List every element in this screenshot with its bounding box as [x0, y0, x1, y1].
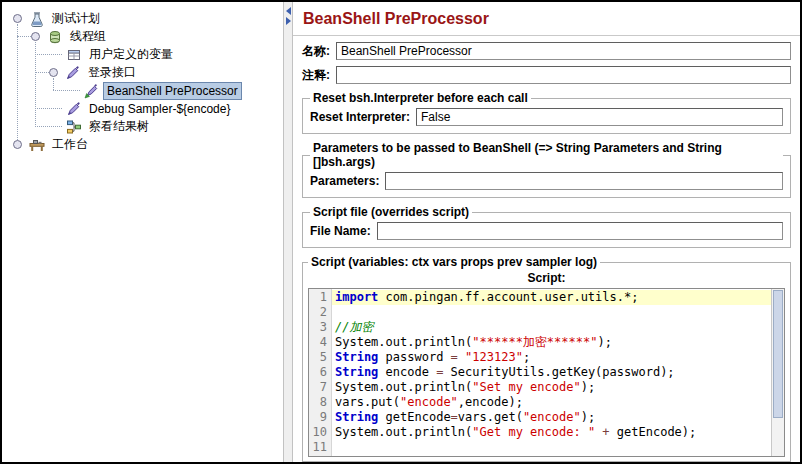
comments-label: 注释:	[302, 67, 330, 84]
line-number: 4	[309, 335, 327, 350]
script-file-group-title: Script file (overrides script)	[310, 205, 472, 219]
tree-node[interactable]: 线程组	[31, 28, 110, 45]
code-line[interactable]: vars.put("encode",encode);	[332, 395, 771, 410]
reset-interpreter-label: Reset Interpreter:	[310, 110, 410, 124]
name-input[interactable]	[336, 42, 791, 60]
page-title: BeanShell PreProcessor	[303, 10, 790, 28]
tree-node-label[interactable]: BeanShell PreProcessor	[103, 82, 242, 100]
editor-scrollbar-thumb[interactable]	[773, 290, 783, 418]
http-sampler-icon	[65, 65, 81, 81]
code-line[interactable]: //加密	[332, 320, 771, 335]
tree-node-label[interactable]: 登录接口	[84, 62, 140, 83]
test-plan-icon	[29, 11, 45, 27]
editor-scrollbar[interactable]	[771, 289, 784, 456]
title-separator	[293, 35, 800, 36]
tree-connector-line	[35, 54, 62, 55]
line-number: 2	[309, 305, 327, 320]
beanshell-preprocessor-icon	[84, 83, 100, 99]
code-line[interactable]: String password = "123123";	[332, 350, 771, 365]
line-number: 10	[309, 425, 327, 440]
reset-interpreter-group: Reset bsh.Interpreter before each call R…	[302, 91, 791, 134]
script-textarea[interactable]: import com.pingan.ff.account.user.utils.…	[332, 289, 771, 456]
script-label: Script:	[308, 271, 785, 285]
parameters-input[interactable]	[385, 172, 783, 190]
parameters-label: Parameters:	[310, 174, 379, 188]
tree-node[interactable]: 察看结果树	[66, 118, 153, 135]
tree-connector-line	[35, 72, 49, 73]
tree-connector-line	[17, 24, 18, 140]
script-file-group: Script file (overrides script) File Name…	[302, 205, 791, 248]
collapse-right-icon[interactable]	[286, 17, 291, 25]
tree-node-label[interactable]: 察看结果树	[85, 116, 153, 137]
code-line[interactable]: System.out.println("Get my encode: " + g…	[332, 425, 771, 440]
script-editor[interactable]: 1234567891011 import com.pingan.ff.accou…	[308, 288, 785, 457]
parameters-group-title: Parameters to be passed to BeanShell (=>…	[310, 141, 783, 169]
line-number-gutter: 1234567891011	[309, 289, 332, 456]
test-plan-tree: 测试计划线程组用户定义的变量登录接口BeanShell PreProcessor…	[2, 2, 283, 462]
line-number: 7	[309, 380, 327, 395]
reset-interpreter-combo[interactable]	[416, 108, 783, 126]
file-name-label: File Name:	[310, 224, 371, 238]
code-line[interactable]: System.out.println("******加密******");	[332, 335, 771, 350]
tree-node[interactable]: BeanShell PreProcessor	[84, 82, 242, 99]
tree-connector-line	[35, 108, 62, 109]
user-defined-variables-icon	[66, 47, 82, 63]
line-number: 3	[309, 320, 327, 335]
tree-connector-line	[35, 126, 62, 127]
code-line[interactable]: import com.pingan.ff.account.user.utils.…	[332, 290, 771, 305]
name-label: 名称:	[302, 43, 330, 60]
reset-interpreter-group-title: Reset bsh.Interpreter before each call	[310, 91, 531, 105]
line-number: 1	[309, 290, 327, 305]
tree-node[interactable]: 测试计划	[13, 10, 104, 27]
code-line[interactable]	[332, 440, 771, 455]
debug-sampler-icon	[66, 101, 82, 117]
workbench-icon	[29, 137, 45, 153]
line-number: 5	[309, 350, 327, 365]
code-line[interactable]: String getEncode=vars.get("encode");	[332, 410, 771, 425]
script-group-title: Script (variables: ctx vars props prev s…	[308, 255, 600, 269]
code-line[interactable]: String encode = SecurityUtils.getKey(pas…	[332, 365, 771, 380]
expand-handle-icon[interactable]	[13, 140, 22, 149]
panel-splitter[interactable]	[283, 2, 293, 462]
tree-node-label[interactable]: 工作台	[48, 134, 92, 155]
line-number: 8	[309, 395, 327, 410]
line-number: 11	[309, 440, 327, 455]
tree-connector-line	[53, 90, 80, 91]
tree-node[interactable]: 工作台	[13, 136, 92, 153]
file-name-input[interactable]	[377, 222, 783, 240]
script-group: Script (variables: ctx vars props prev s…	[302, 255, 791, 462]
tree-connector-line	[17, 36, 31, 37]
view-results-tree-icon	[66, 119, 82, 135]
code-line[interactable]	[332, 305, 771, 320]
line-number: 9	[309, 410, 327, 425]
tree-node-label[interactable]: Debug Sampler-${encode}	[85, 100, 234, 118]
parameters-group: Parameters to be passed to BeanShell (=>…	[302, 141, 791, 198]
expand-handle-icon[interactable]	[13, 14, 22, 23]
code-line[interactable]: System.out.println("Set my encode");	[332, 380, 771, 395]
thread-group-icon	[47, 29, 63, 45]
tree-node[interactable]: Debug Sampler-${encode}	[66, 100, 234, 117]
tree-node[interactable]: 登录接口	[49, 64, 140, 81]
collapse-left-icon[interactable]	[286, 7, 291, 15]
line-number: 6	[309, 365, 327, 380]
jmeter-window: 测试计划线程组用户定义的变量登录接口BeanShell PreProcessor…	[0, 0, 802, 464]
beanshell-config-panel: BeanShell PreProcessor 名称: 注释: Reset bsh…	[293, 2, 800, 462]
comments-input[interactable]	[336, 66, 791, 84]
tree-node[interactable]: 用户定义的变量	[66, 46, 177, 63]
expand-handle-icon[interactable]	[31, 32, 40, 41]
expand-handle-icon[interactable]	[49, 68, 58, 77]
